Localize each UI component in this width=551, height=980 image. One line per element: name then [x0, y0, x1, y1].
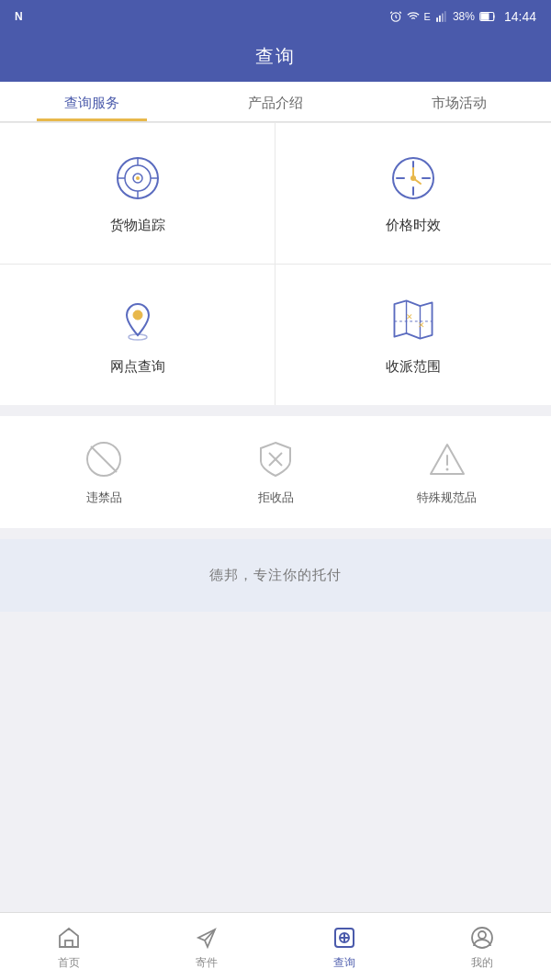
refused-icon: [254, 438, 297, 480]
alarm-icon: [389, 10, 402, 23]
price-timeliness-item[interactable]: 价格时效: [276, 123, 551, 265]
nav-query[interactable]: 查询: [276, 920, 413, 974]
svg-text:✕: ✕: [418, 321, 425, 330]
svg-point-35: [445, 468, 448, 471]
special-icon: [426, 438, 468, 480]
send-icon: [193, 924, 220, 952]
nav-home-label: 首页: [58, 955, 80, 971]
delivery-range-icon: ✕ ✕: [388, 294, 439, 345]
refused-item[interactable]: 拒收品: [190, 438, 362, 506]
page-header: 查询: [0, 33, 551, 82]
svg-rect-1: [436, 17, 438, 22]
status-icons: E 38% 14:44: [389, 9, 536, 24]
status-bar: N E 38% 14:44: [0, 0, 551, 33]
svg-rect-3: [442, 14, 444, 22]
prohibited-icon: [83, 438, 125, 480]
nav-home[interactable]: 首页: [0, 920, 138, 974]
battery-icon: [479, 11, 496, 22]
price-timeliness-label: 价格时效: [386, 217, 441, 234]
main-content: 货物追踪 价格时效: [0, 122, 551, 912]
service-grid: 货物追踪 价格时效: [0, 122, 551, 405]
nfc-icon: N: [15, 10, 23, 23]
svg-point-23: [133, 310, 142, 320]
svg-rect-36: [65, 941, 73, 947]
svg-rect-6: [480, 13, 489, 20]
svg-line-22: [413, 178, 421, 184]
mine-icon: [468, 924, 496, 952]
svg-rect-4: [444, 11, 446, 22]
nav-send-label: 寄件: [196, 955, 218, 971]
content-spacer: [0, 612, 551, 704]
network-query-icon: [112, 294, 163, 345]
bottom-nav: 首页 寄件 查询 我的: [0, 912, 551, 980]
svg-rect-2: [439, 16, 441, 22]
special-item[interactable]: 特殊规范品: [361, 438, 533, 506]
svg-point-43: [478, 931, 486, 939]
signal-bars-icon: [435, 10, 448, 23]
home-icon: [55, 924, 83, 952]
cargo-tracking-label: 货物追踪: [110, 217, 165, 234]
banner-text: 德邦，专注你的托付: [209, 567, 342, 582]
svg-text:✕: ✕: [406, 312, 413, 321]
delivery-range-label: 收派范围: [386, 358, 441, 376]
svg-point-10: [136, 176, 140, 180]
refused-label: 拒收品: [258, 490, 294, 506]
promo-banner: 德邦，专注你的托付: [0, 539, 551, 612]
cargo-tracking-icon: [112, 152, 163, 204]
prohibited-label: 违禁品: [86, 490, 122, 506]
network-query-label: 网点查询: [110, 358, 165, 376]
cargo-tracking-item[interactable]: 货物追踪: [0, 123, 276, 265]
delivery-range-item[interactable]: ✕ ✕ 收派范围: [276, 265, 551, 405]
wifi-icon: [407, 10, 420, 23]
price-timeliness-icon: [388, 152, 439, 204]
tab-market-activity[interactable]: 市场活动: [367, 82, 551, 121]
tab-query-service[interactable]: 查询服务: [0, 82, 184, 121]
battery-text: 38%: [453, 10, 475, 23]
nav-mine-label: 我的: [471, 955, 493, 971]
time-display: 14:44: [504, 9, 536, 24]
tab-product-intro[interactable]: 产品介绍: [184, 82, 367, 121]
page-title: 查询: [255, 46, 296, 66]
network-query-item[interactable]: 网点查询: [0, 265, 276, 405]
prohibited-item[interactable]: 违禁品: [18, 438, 190, 506]
status-left: N: [15, 10, 23, 23]
nav-query-label: 查询: [333, 955, 355, 971]
nav-mine[interactable]: 我的: [413, 920, 551, 974]
nav-send[interactable]: 寄件: [138, 920, 276, 974]
query-icon: [331, 924, 358, 952]
tab-bar: 查询服务 产品介绍 市场活动: [0, 82, 551, 122]
special-label: 特殊规范品: [417, 490, 477, 506]
bottom-row-section: 违禁品 拒收品: [0, 416, 551, 528]
svg-line-31: [91, 446, 117, 472]
signal-icon: E: [424, 11, 431, 22]
